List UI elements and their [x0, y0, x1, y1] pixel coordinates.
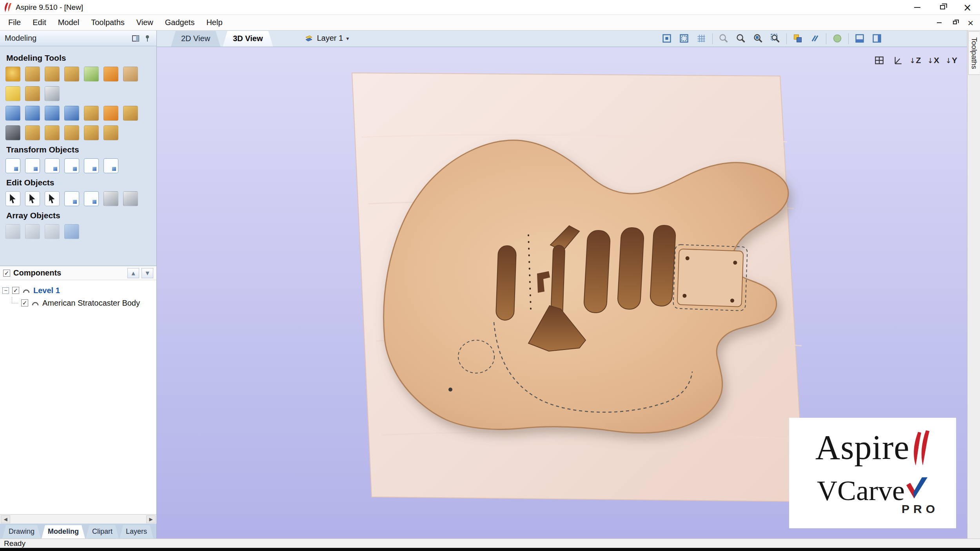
mdi-minimize-button[interactable] — [932, 17, 946, 29]
component-icon — [31, 299, 39, 306]
copy-along-curve-icon[interactable] — [45, 224, 60, 239]
draft-model-icon[interactable] — [45, 125, 60, 140]
panel-model-icon[interactable] — [123, 106, 138, 121]
level-1-label[interactable]: Level 1 — [33, 286, 60, 295]
tab-3d-view[interactable]: 3D View — [223, 31, 273, 47]
fit-to-window-button[interactable] — [659, 32, 675, 45]
select-move-tool-icon[interactable] — [25, 191, 40, 206]
align-tool-icon[interactable] — [103, 158, 118, 173]
tab-clipart[interactable]: Clipart — [86, 525, 119, 538]
scale-height-tool-icon[interactable] — [103, 191, 118, 206]
extrude-weave-icon[interactable] — [45, 67, 60, 82]
cone-model-icon[interactable] — [84, 106, 99, 121]
toggle-grid-button[interactable] — [693, 32, 709, 45]
panel-horizontal-scrollbar[interactable]: ◀ ▶ — [0, 514, 156, 524]
menu-gadgets[interactable]: Gadgets — [159, 16, 201, 29]
nesting-icon[interactable] — [64, 224, 79, 239]
menu-view[interactable]: View — [131, 16, 159, 29]
select-transform-tool-icon[interactable] — [45, 191, 60, 206]
status-text: Ready — [4, 539, 25, 548]
view-down-z-button[interactable]: ↓ Z — [908, 53, 922, 67]
turn-spin-icon[interactable] — [64, 67, 79, 82]
pan-view-button[interactable] — [716, 32, 731, 45]
toggle-shading-button[interactable] — [790, 32, 806, 45]
measure-tool-icon[interactable] — [84, 191, 99, 206]
set-size-tool-icon[interactable] — [25, 158, 40, 173]
tab-modeling[interactable]: Modeling — [42, 525, 85, 538]
tool-wrench-icon[interactable] — [5, 125, 20, 140]
menu-toolpaths[interactable]: Toolpaths — [85, 16, 131, 29]
zoom-extents-button[interactable] — [768, 32, 783, 45]
close-icon: × — [963, 2, 972, 13]
zoom-to-drawing-button[interactable] — [676, 32, 692, 45]
toggle-material-button[interactable] — [807, 32, 823, 45]
linear-array-icon[interactable] — [5, 224, 20, 239]
tab-layers[interactable]: Layers — [120, 525, 153, 538]
split-vertical-button[interactable] — [869, 32, 885, 45]
select-tool-icon[interactable] — [5, 191, 20, 206]
move-tool-icon[interactable] — [5, 158, 20, 173]
sculpt-icon[interactable] — [84, 67, 99, 82]
face-model-icon[interactable] — [84, 125, 99, 140]
mirror-tool-icon[interactable] — [64, 158, 79, 173]
spiral-model-icon[interactable] — [103, 125, 118, 140]
emboss-icon[interactable] — [103, 67, 118, 82]
menu-model[interactable]: Model — [52, 16, 85, 29]
zero-plane-icon[interactable] — [123, 67, 138, 82]
component-checkbox[interactable]: ✓ — [21, 299, 28, 306]
slice-tool-icon[interactable] — [123, 191, 138, 206]
clipart-folder-icon[interactable] — [5, 86, 20, 101]
set-position-tool-icon[interactable] — [45, 158, 60, 173]
tree-row-component[interactable]: ✓ American Stratocaster Body — [2, 297, 154, 309]
crop-model-icon[interactable] — [25, 106, 40, 121]
mdi-close-button[interactable]: × — [964, 17, 978, 29]
split-model-icon[interactable] — [45, 106, 60, 121]
move-component-down-button[interactable]: ▼ — [142, 268, 153, 278]
view-down-y-button[interactable]: ↓ Y — [944, 53, 958, 67]
menu-help[interactable]: Help — [200, 16, 228, 29]
isometric-view-icon[interactable] — [890, 53, 904, 67]
menu-file[interactable]: File — [2, 16, 27, 29]
toolpaths-tab[interactable]: Toolpaths — [968, 31, 980, 75]
level-1-checkbox[interactable]: ✓ — [12, 287, 19, 294]
distort-tool-icon[interactable] — [84, 158, 99, 173]
crop-bitmap-icon[interactable] — [5, 106, 20, 121]
layer-selector-label: Layer 1 — [317, 34, 343, 43]
texture-area-icon[interactable] — [25, 125, 40, 140]
two-rail-sweep-icon[interactable] — [25, 67, 40, 82]
pin-panel-button[interactable] — [142, 33, 153, 44]
layer-selector[interactable]: Layer 1 ▾ — [300, 32, 353, 44]
scroll-left-icon[interactable]: ◀ — [1, 515, 10, 523]
edit-picture-tool-icon[interactable] — [64, 191, 79, 206]
tab-drawing[interactable]: Drawing — [2, 525, 41, 538]
split-horizontal-button[interactable] — [852, 32, 867, 45]
create-shape-icon[interactable] — [5, 67, 20, 82]
scroll-right-icon[interactable]: ▶ — [146, 515, 156, 523]
dome-model-icon[interactable] — [64, 125, 79, 140]
close-button[interactable]: × — [955, 0, 980, 14]
zoom-interactive-button[interactable] — [733, 32, 749, 45]
sphere-model-icon[interactable] — [103, 106, 118, 121]
menu-edit[interactable]: Edit — [27, 16, 52, 29]
bitmap-component-icon[interactable] — [45, 86, 60, 101]
tree-row-level-1[interactable]: − ✓ Level 1 — [2, 284, 154, 297]
modeling-panel-title: Modeling — [5, 34, 130, 43]
dock-panel-button[interactable] — [130, 33, 142, 44]
move-component-up-button[interactable]: ▲ — [127, 268, 139, 278]
rotary-view-button[interactable] — [829, 32, 845, 45]
restore-button[interactable] — [930, 0, 955, 14]
component-group-icon — [22, 287, 30, 294]
smooth-blend-icon[interactable] — [25, 86, 40, 101]
tab-2d-view[interactable]: 2D View — [171, 31, 220, 47]
status-bar: Ready — [0, 538, 980, 548]
collapse-icon[interactable]: − — [2, 287, 9, 294]
zoom-box-button[interactable] — [750, 32, 766, 45]
component-label[interactable]: American Stratocaster Body — [42, 299, 140, 308]
mdi-restore-button[interactable] — [948, 17, 962, 29]
multi-view-icon[interactable] — [872, 53, 886, 67]
circular-array-icon[interactable] — [25, 224, 40, 239]
view-down-x-button[interactable]: ↓ X — [926, 53, 940, 67]
minimize-button[interactable] — [905, 0, 930, 14]
components-checkbox[interactable]: ✓ — [3, 270, 10, 277]
wrap-model-icon[interactable] — [64, 106, 79, 121]
